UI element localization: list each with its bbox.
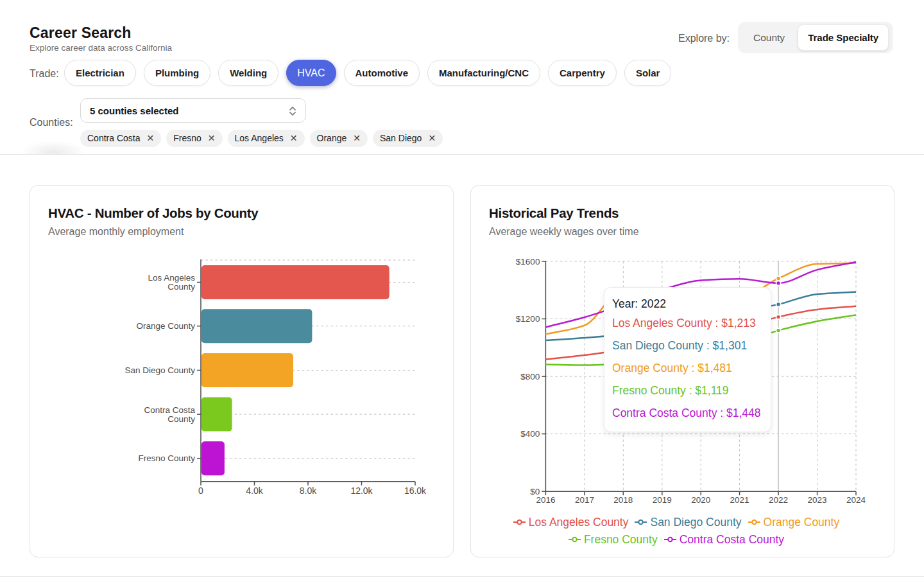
svg-text:County: County: [167, 414, 195, 424]
svg-text:2017: 2017: [575, 495, 594, 505]
svg-text:2018: 2018: [613, 495, 633, 505]
svg-text:8.0k: 8.0k: [300, 486, 317, 496]
svg-text:2020: 2020: [691, 495, 710, 505]
svg-text:2022: 2022: [769, 495, 788, 505]
svg-text:16.0k: 16.0k: [404, 486, 427, 496]
svg-text:Contra Costa: Contra Costa: [144, 405, 195, 415]
svg-text:San Diego County: San Diego County: [124, 365, 195, 375]
svg-text:2021: 2021: [730, 495, 749, 505]
svg-text:$1200: $1200: [516, 314, 540, 324]
svg-text:$1600: $1600: [516, 257, 540, 267]
svg-text:$400: $400: [520, 429, 540, 439]
svg-text:2024: 2024: [846, 495, 866, 505]
svg-text:12.0k: 12.0k: [350, 486, 373, 496]
svg-text:Fresno County: Fresno County: [138, 453, 195, 463]
svg-text:2019: 2019: [653, 495, 672, 505]
svg-text:2016: 2016: [536, 495, 555, 505]
svg-text:2023: 2023: [808, 495, 827, 505]
svg-text:Los Angeles: Los Angeles: [148, 273, 195, 283]
svg-text:4.0k: 4.0k: [246, 486, 263, 496]
svg-text:Orange County: Orange County: [136, 321, 195, 331]
svg-text:$800: $800: [520, 372, 540, 381]
svg-text:County: County: [167, 282, 195, 292]
svg-text:0: 0: [198, 486, 203, 496]
